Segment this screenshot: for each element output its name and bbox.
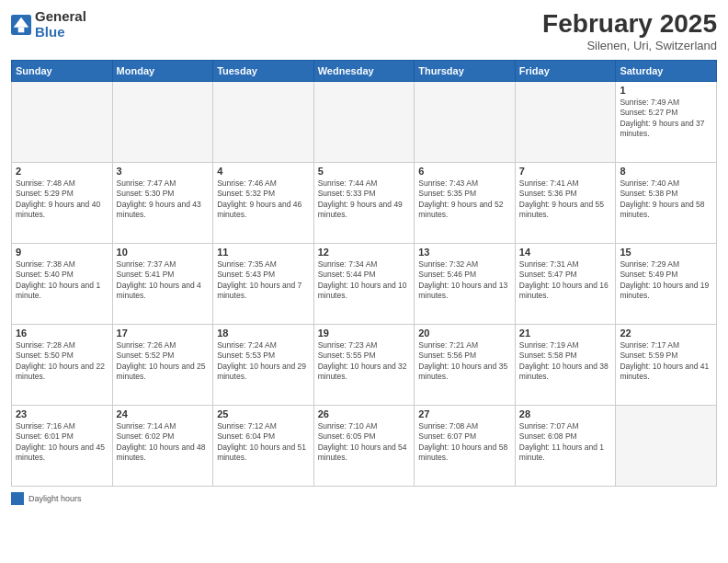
day-number: 23: [16, 408, 108, 419]
daylight-hours-label: Daylight hours: [28, 494, 82, 503]
page: General Blue February 2025 Silenen, Uri,…: [0, 0, 728, 563]
day-info: Sunrise: 7:40 AM Sunset: 5:38 PM Dayligh…: [620, 178, 712, 221]
day-cell: 4Sunrise: 7:46 AM Sunset: 5:32 PM Daylig…: [213, 163, 314, 244]
day-cell: 25Sunrise: 7:12 AM Sunset: 6:04 PM Dayli…: [213, 406, 314, 487]
day-info: Sunrise: 7:44 AM Sunset: 5:33 PM Dayligh…: [318, 178, 411, 221]
day-cell: [515, 82, 616, 163]
day-number: 17: [117, 327, 210, 339]
day-info: Sunrise: 7:21 AM Sunset: 5:56 PM Dayligh…: [418, 340, 511, 383]
day-info: Sunrise: 7:37 AM Sunset: 5:41 PM Dayligh…: [117, 259, 210, 302]
day-cell: 9Sunrise: 7:38 AM Sunset: 5:40 PM Daylig…: [12, 244, 113, 325]
week-row-3: 9Sunrise: 7:38 AM Sunset: 5:40 PM Daylig…: [12, 244, 717, 325]
day-number: 21: [519, 327, 612, 339]
day-cell: 5Sunrise: 7:44 AM Sunset: 5:33 PM Daylig…: [313, 163, 415, 244]
col-header-monday: Monday: [112, 61, 213, 82]
day-number: 18: [217, 327, 310, 339]
day-number: 22: [620, 327, 712, 339]
day-info: Sunrise: 7:31 AM Sunset: 5:47 PM Dayligh…: [519, 259, 612, 302]
day-number: 5: [318, 166, 411, 177]
day-info: Sunrise: 7:47 AM Sunset: 5:30 PM Dayligh…: [117, 178, 210, 221]
day-cell: [415, 82, 516, 163]
day-cell: 13Sunrise: 7:32 AM Sunset: 5:46 PM Dayli…: [415, 244, 516, 325]
day-cell: 8Sunrise: 7:40 AM Sunset: 5:38 PM Daylig…: [616, 163, 717, 244]
day-info: Sunrise: 7:17 AM Sunset: 5:59 PM Dayligh…: [620, 340, 712, 383]
col-header-thursday: Thursday: [415, 61, 516, 82]
col-header-saturday: Saturday: [616, 61, 717, 82]
day-number: 3: [117, 166, 210, 177]
day-number: 14: [519, 247, 612, 258]
day-cell: 22Sunrise: 7:17 AM Sunset: 5:59 PM Dayli…: [616, 325, 717, 406]
col-header-wednesday: Wednesday: [313, 61, 415, 82]
week-row-2: 2Sunrise: 7:48 AM Sunset: 5:29 PM Daylig…: [12, 163, 717, 244]
day-number: 19: [318, 327, 411, 339]
day-cell: [112, 82, 213, 163]
day-number: 8: [620, 166, 712, 177]
day-info: Sunrise: 7:10 AM Sunset: 6:05 PM Dayligh…: [318, 421, 411, 464]
day-number: 13: [418, 247, 511, 258]
day-number: 7: [519, 166, 612, 177]
logo: General Blue: [11, 9, 86, 40]
day-cell: 2Sunrise: 7:48 AM Sunset: 5:29 PM Daylig…: [12, 163, 113, 244]
day-info: Sunrise: 7:07 AM Sunset: 6:08 PM Dayligh…: [519, 421, 612, 464]
day-cell: 3Sunrise: 7:47 AM Sunset: 5:30 PM Daylig…: [112, 163, 213, 244]
month-title: February 2025: [542, 9, 717, 39]
col-header-friday: Friday: [515, 61, 616, 82]
day-info: Sunrise: 7:38 AM Sunset: 5:40 PM Dayligh…: [16, 259, 108, 302]
day-info: Sunrise: 7:48 AM Sunset: 5:29 PM Dayligh…: [16, 178, 108, 221]
day-cell: 6Sunrise: 7:43 AM Sunset: 5:35 PM Daylig…: [415, 163, 516, 244]
day-cell: [313, 82, 415, 163]
day-cell: 14Sunrise: 7:31 AM Sunset: 5:47 PM Dayli…: [515, 244, 616, 325]
location: Silenen, Uri, Switzerland: [542, 39, 717, 52]
day-info: Sunrise: 7:24 AM Sunset: 5:53 PM Dayligh…: [217, 340, 310, 383]
day-number: 20: [418, 327, 511, 339]
col-header-sunday: Sunday: [12, 61, 113, 82]
day-number: 12: [318, 247, 411, 258]
day-number: 25: [217, 408, 310, 419]
title-area: February 2025 Silenen, Uri, Switzerland: [542, 9, 717, 52]
day-cell: 11Sunrise: 7:35 AM Sunset: 5:43 PM Dayli…: [213, 244, 314, 325]
header: General Blue February 2025 Silenen, Uri,…: [11, 9, 717, 52]
day-number: 6: [418, 166, 511, 177]
week-row-4: 16Sunrise: 7:28 AM Sunset: 5:50 PM Dayli…: [12, 325, 717, 406]
col-header-tuesday: Tuesday: [213, 61, 314, 82]
day-info: Sunrise: 7:08 AM Sunset: 6:07 PM Dayligh…: [418, 421, 511, 464]
day-cell: 16Sunrise: 7:28 AM Sunset: 5:50 PM Dayli…: [12, 325, 113, 406]
week-row-5: 23Sunrise: 7:16 AM Sunset: 6:01 PM Dayli…: [12, 406, 717, 487]
day-info: Sunrise: 7:19 AM Sunset: 5:58 PM Dayligh…: [519, 340, 612, 383]
day-info: Sunrise: 7:49 AM Sunset: 5:27 PM Dayligh…: [620, 98, 712, 140]
logo-blue: Blue: [35, 25, 86, 40]
day-cell: 7Sunrise: 7:41 AM Sunset: 5:36 PM Daylig…: [515, 163, 616, 244]
day-cell: 23Sunrise: 7:16 AM Sunset: 6:01 PM Dayli…: [12, 406, 113, 487]
week-row-1: 1Sunrise: 7:49 AM Sunset: 5:27 PM Daylig…: [12, 82, 717, 163]
day-info: Sunrise: 7:46 AM Sunset: 5:32 PM Dayligh…: [217, 178, 310, 221]
day-cell: 21Sunrise: 7:19 AM Sunset: 5:58 PM Dayli…: [515, 325, 616, 406]
svg-rect-2: [18, 27, 25, 32]
header-row: SundayMondayTuesdayWednesdayThursdayFrid…: [12, 61, 717, 82]
day-info: Sunrise: 7:26 AM Sunset: 5:52 PM Dayligh…: [117, 340, 210, 383]
day-info: Sunrise: 7:14 AM Sunset: 6:02 PM Dayligh…: [117, 421, 210, 464]
day-info: Sunrise: 7:34 AM Sunset: 5:44 PM Dayligh…: [318, 259, 411, 302]
day-number: 27: [418, 408, 511, 419]
day-number: 11: [217, 247, 310, 258]
day-number: 16: [16, 327, 108, 339]
logo-text: General Blue: [35, 9, 86, 40]
day-cell: [616, 406, 717, 487]
day-number: 1: [620, 85, 712, 96]
day-cell: 27Sunrise: 7:08 AM Sunset: 6:07 PM Dayli…: [415, 406, 516, 487]
logo-general: General: [35, 9, 86, 25]
day-cell: 10Sunrise: 7:37 AM Sunset: 5:41 PM Dayli…: [112, 244, 213, 325]
day-number: 26: [318, 408, 411, 419]
day-cell: 1Sunrise: 7:49 AM Sunset: 5:27 PM Daylig…: [616, 82, 717, 163]
day-info: Sunrise: 7:41 AM Sunset: 5:36 PM Dayligh…: [519, 178, 612, 221]
day-number: 4: [217, 166, 310, 177]
day-cell: [12, 82, 113, 163]
day-cell: 15Sunrise: 7:29 AM Sunset: 5:49 PM Dayli…: [616, 244, 717, 325]
day-info: Sunrise: 7:16 AM Sunset: 6:01 PM Dayligh…: [16, 421, 108, 464]
day-number: 9: [16, 247, 108, 258]
logo-icon: [11, 15, 31, 35]
calendar-table: SundayMondayTuesdayWednesdayThursdayFrid…: [11, 60, 717, 487]
day-info: Sunrise: 7:35 AM Sunset: 5:43 PM Dayligh…: [217, 259, 310, 302]
day-cell: 20Sunrise: 7:21 AM Sunset: 5:56 PM Dayli…: [415, 325, 516, 406]
day-info: Sunrise: 7:32 AM Sunset: 5:46 PM Dayligh…: [418, 259, 511, 302]
day-cell: 19Sunrise: 7:23 AM Sunset: 5:55 PM Dayli…: [313, 325, 415, 406]
